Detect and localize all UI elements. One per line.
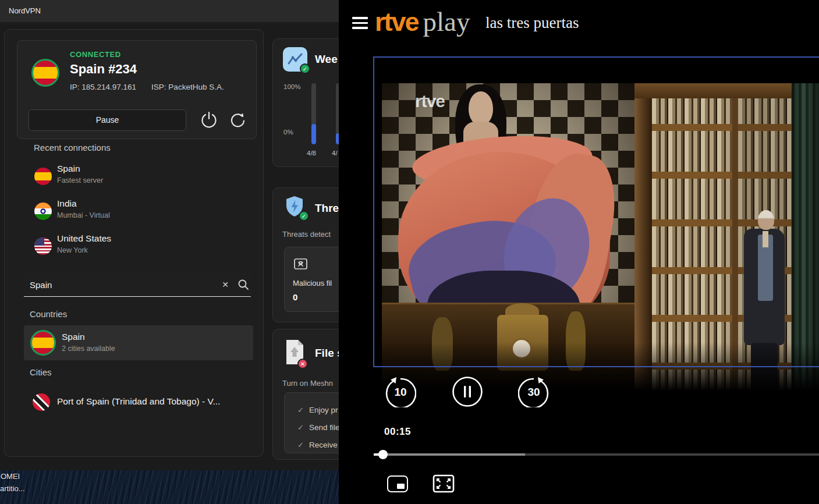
threat-card-title: Thre bbox=[315, 202, 339, 215]
seek-thumb[interactable] bbox=[378, 450, 388, 459]
program-title: las tres puertas bbox=[485, 14, 579, 32]
menu-hamburger-icon[interactable] bbox=[352, 17, 368, 31]
bar-date-label: 4/8 bbox=[307, 150, 316, 157]
fullscreen-button[interactable] bbox=[432, 474, 455, 493]
recent-item-united-states[interactable]: United States New York bbox=[26, 231, 247, 261]
seek-bar[interactable] bbox=[374, 448, 819, 460]
power-icon bbox=[199, 109, 219, 130]
enabled-check-badge: ✓ bbox=[299, 211, 309, 221]
feature-label: Send file bbox=[309, 423, 340, 432]
y-axis-max-label: 100% bbox=[283, 83, 300, 90]
file-share-icon: ✕ bbox=[284, 339, 305, 367]
us-flag-icon bbox=[34, 237, 52, 255]
check-icon: ✓ bbox=[297, 423, 304, 432]
spain-flag-icon bbox=[34, 168, 52, 185]
picture-in-picture-button[interactable] bbox=[387, 475, 408, 492]
rtve-play-window: rtveplay las tres puertas bbox=[339, 0, 819, 504]
playback-time: 00:15 bbox=[384, 426, 411, 438]
recent-item-spain[interactable]: Spain Fastest server bbox=[26, 161, 247, 191]
feature-label: Receive bbox=[309, 441, 338, 449]
server-search-box: ✕ bbox=[24, 273, 251, 297]
rtve-logo-text: rtve bbox=[375, 7, 419, 37]
player-bottom-gradient bbox=[382, 342, 819, 397]
clear-search-icon[interactable]: ✕ bbox=[219, 279, 231, 290]
painting-woman-face bbox=[469, 91, 493, 125]
trinidad-tobago-flag-icon bbox=[33, 393, 50, 411]
connection-status-card: CONNECTED Spain #234 IP: 185.214.97.161I… bbox=[17, 40, 257, 139]
disabled-x-badge: ✕ bbox=[297, 359, 308, 369]
stats-card-title: Wee bbox=[315, 53, 338, 66]
svg-text:30: 30 bbox=[527, 386, 540, 398]
check-icon: ✓ bbox=[297, 441, 304, 449]
pip-inner-rect bbox=[397, 484, 405, 489]
isp-label: ISP: PacketHub S.A. bbox=[151, 83, 224, 91]
tile-value: 0 bbox=[293, 292, 297, 302]
check-icon: ✓ bbox=[297, 406, 304, 414]
forward-30-button[interactable]: 30 bbox=[518, 376, 549, 407]
video-player-frame[interactable]: rtve bbox=[382, 83, 819, 397]
recent-item-name: United States bbox=[57, 233, 111, 244]
rewind-10-button[interactable]: 10 bbox=[385, 376, 416, 407]
nordvpn-window: NordVPN CONNECTED Spain #234 IP: 185.214… bbox=[0, 0, 339, 470]
bookshelf-top-molding bbox=[634, 83, 792, 98]
rtve-watermark: rtve bbox=[415, 91, 445, 111]
rtve-play-logo[interactable]: rtveplay bbox=[375, 6, 470, 37]
spain-flag-icon bbox=[31, 59, 59, 87]
recent-item-india[interactable]: India Mumbai - Virtual bbox=[26, 196, 247, 226]
connected-server-name: Spain #234 bbox=[70, 62, 137, 77]
recent-item-name: Spain bbox=[57, 164, 80, 174]
country-result-spain[interactable]: Spain 2 cities available bbox=[24, 325, 253, 360]
city-name: Port of Spain (Trinidad and Tobago) - V.… bbox=[57, 396, 220, 407]
recent-item-name: India bbox=[57, 198, 77, 209]
man-head bbox=[758, 210, 774, 230]
feature-label: Enjoy pr bbox=[309, 406, 338, 414]
ip-label: IP: 185.214.97.161 bbox=[70, 83, 136, 91]
country-name: Spain bbox=[62, 332, 85, 342]
connection-meta: IP: 185.214.97.161ISP: PacketHub S.A. bbox=[70, 83, 239, 91]
recent-item-detail: Mumbai - Virtual bbox=[57, 211, 110, 219]
seek-buffered bbox=[374, 453, 525, 456]
india-flag-icon bbox=[34, 203, 52, 220]
tile-label: Malicious fil bbox=[293, 279, 332, 288]
recent-item-detail: Fastest server bbox=[57, 176, 103, 184]
malicious-file-icon bbox=[293, 257, 309, 274]
recent-connections-header: Recent connections bbox=[34, 143, 111, 152]
connection-status-label: CONNECTED bbox=[70, 50, 121, 59]
usage-bar-fill bbox=[311, 124, 316, 144]
play-logo-text: play bbox=[423, 6, 470, 37]
country-detail: 2 cities available bbox=[62, 345, 115, 353]
y-axis-min-label: 0% bbox=[283, 129, 293, 136]
stats-chart-icon: ✓ bbox=[283, 47, 307, 72]
desktop-icon-label-line1[interactable]: OMEI bbox=[1, 472, 20, 481]
svg-text:10: 10 bbox=[394, 386, 406, 398]
cities-header: Cities bbox=[30, 367, 52, 377]
spain-flag-icon bbox=[30, 330, 56, 356]
nordvpn-titlebar[interactable]: NordVPN bbox=[0, 0, 339, 22]
disconnect-power-button[interactable] bbox=[199, 109, 219, 130]
reconnect-button[interactable] bbox=[228, 109, 248, 130]
recent-item-detail: New York bbox=[57, 246, 88, 254]
bar-date-label: 4/ bbox=[332, 150, 338, 157]
countries-header: Countries bbox=[30, 309, 67, 319]
files-card-subtitle: Turn on Meshn bbox=[282, 379, 333, 388]
search-icon[interactable] bbox=[237, 278, 250, 291]
city-result-port-of-spain[interactable]: Port of Spain (Trinidad and Tobago) - V.… bbox=[24, 388, 253, 416]
threat-shield-icon: ✓ bbox=[283, 194, 306, 219]
nordvpn-left-panel: CONNECTED Spain #234 IP: 185.214.97.161I… bbox=[4, 29, 264, 457]
pause-button[interactable]: Pause bbox=[29, 109, 186, 131]
refresh-icon bbox=[228, 109, 248, 130]
pause-playback-button[interactable] bbox=[452, 376, 483, 407]
fullscreen-icon bbox=[432, 474, 455, 493]
threat-card-subtitle: Threats detect bbox=[282, 230, 331, 239]
enabled-check-badge: ✓ bbox=[300, 63, 310, 74]
search-input[interactable] bbox=[30, 273, 204, 296]
usage-bar bbox=[311, 83, 316, 144]
desktop-icon-label-line2[interactable]: artitio... bbox=[0, 484, 25, 493]
window-title: NordVPN bbox=[9, 0, 41, 22]
man-shirt bbox=[763, 231, 768, 247]
